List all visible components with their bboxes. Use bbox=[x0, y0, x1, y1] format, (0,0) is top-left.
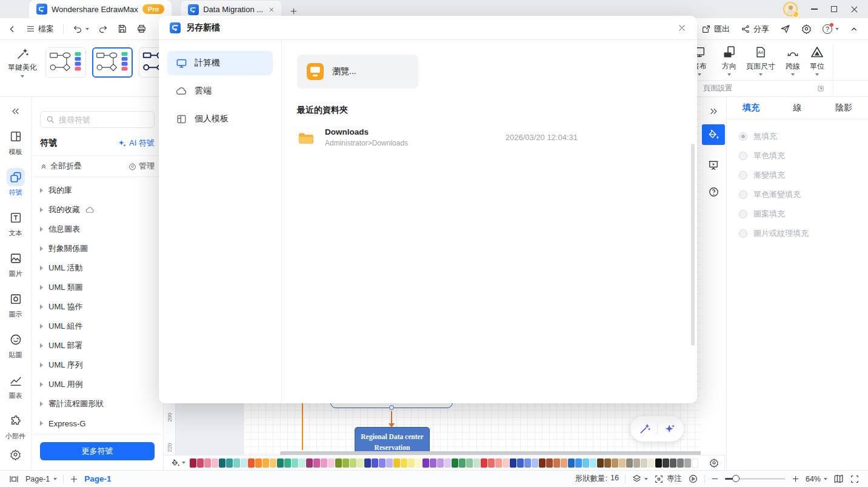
color-chip[interactable] bbox=[575, 458, 582, 468]
sidebar-item-stickers[interactable]: 貼圖 bbox=[7, 331, 25, 360]
color-chip[interactable] bbox=[481, 458, 487, 468]
color-chip[interactable] bbox=[597, 458, 604, 468]
pan-map-button[interactable] bbox=[833, 474, 844, 484]
color-chip[interactable] bbox=[546, 458, 553, 468]
color-chip[interactable] bbox=[190, 458, 196, 468]
color-chip[interactable] bbox=[233, 458, 240, 468]
fill-color-button[interactable] bbox=[171, 458, 185, 468]
sidebar-item-icons[interactable]: 圖示 bbox=[7, 290, 25, 319]
color-chip[interactable] bbox=[386, 458, 393, 468]
search-input[interactable] bbox=[59, 115, 138, 124]
color-chip[interactable] bbox=[415, 458, 422, 468]
sidebar-item-templates[interactable]: 模板 bbox=[7, 127, 25, 156]
color-chip[interactable] bbox=[692, 458, 698, 468]
ai-generate-button[interactable] bbox=[664, 423, 676, 435]
color-chip[interactable] bbox=[561, 458, 567, 468]
sidebar-item-symbols[interactable]: 符號 bbox=[7, 168, 25, 197]
export-button[interactable]: 匯出 bbox=[701, 24, 730, 35]
manage-button[interactable]: 管理 bbox=[129, 161, 155, 172]
color-chip[interactable] bbox=[684, 458, 691, 468]
color-chip[interactable] bbox=[619, 458, 626, 468]
zoom-slider[interactable] bbox=[725, 478, 786, 480]
save-button[interactable] bbox=[117, 24, 127, 34]
category-uml-usecase[interactable]: UML 用例 bbox=[40, 375, 155, 394]
fill-option-gradient[interactable]: 漸變填充 bbox=[739, 166, 856, 185]
category-uml-collaboration[interactable]: UML 協作 bbox=[40, 297, 155, 317]
page-selector-dropdown[interactable]: Page-1 bbox=[25, 475, 57, 483]
color-chip[interactable] bbox=[328, 458, 335, 468]
color-chip[interactable] bbox=[255, 458, 262, 468]
undo-button[interactable] bbox=[73, 24, 89, 34]
color-chip[interactable] bbox=[568, 458, 575, 468]
color-chip[interactable] bbox=[655, 458, 662, 468]
nav-computer[interactable]: 計算機 bbox=[167, 51, 273, 75]
recent-folder-row[interactable]: Downloads Administrator>Downloads 2026/0… bbox=[297, 127, 697, 147]
color-chip[interactable] bbox=[604, 458, 611, 468]
close-document-tab-icon[interactable] bbox=[269, 7, 275, 13]
fill-style-tool-active[interactable] bbox=[702, 124, 725, 145]
color-chip[interactable] bbox=[321, 458, 327, 468]
collapse-all-button[interactable]: 全部折疊 bbox=[40, 161, 82, 172]
color-chip[interactable] bbox=[306, 458, 313, 468]
fill-option-pattern[interactable]: 圖案填充 bbox=[739, 204, 856, 224]
color-chip[interactable] bbox=[430, 458, 436, 468]
tab-shadow[interactable]: 陰影 bbox=[835, 102, 852, 113]
zoom-in-button[interactable] bbox=[792, 475, 800, 483]
dialog-close-button[interactable] bbox=[678, 24, 686, 32]
share-button[interactable]: 分享 bbox=[741, 24, 769, 35]
color-chip[interactable] bbox=[262, 458, 269, 468]
fill-option-solid[interactable]: 單色填充 bbox=[739, 146, 856, 166]
unit-menu[interactable]: 單位 bbox=[805, 45, 829, 76]
fill-option-none[interactable]: 無填充 bbox=[739, 127, 856, 146]
page-tab-active[interactable]: Page-1 bbox=[84, 474, 111, 483]
color-chip[interactable] bbox=[204, 458, 211, 468]
more-symbols-button[interactable]: 更多符號 bbox=[40, 442, 155, 460]
color-chip[interactable] bbox=[350, 458, 356, 468]
theme-thumbnail-2-selected[interactable] bbox=[92, 47, 133, 78]
orientation-menu[interactable]: 方向 bbox=[717, 45, 741, 76]
category-uml-deployment[interactable]: UML 部署 bbox=[40, 336, 155, 355]
collapse-panel-icon[interactable] bbox=[11, 107, 20, 116]
category-audit-flowchart[interactable]: 審計流程圖形狀 bbox=[40, 394, 155, 414]
fullscreen-button[interactable] bbox=[850, 474, 860, 484]
color-chip[interactable] bbox=[393, 458, 400, 468]
sidebar-item-widgets[interactable]: 小部件 bbox=[5, 412, 25, 441]
color-chip[interactable] bbox=[299, 458, 305, 468]
color-chip[interactable] bbox=[583, 458, 589, 468]
category-uml-sequence[interactable]: UML 序列 bbox=[40, 355, 155, 375]
color-chip[interactable] bbox=[422, 458, 429, 468]
color-chip[interactable] bbox=[532, 458, 538, 468]
zoom-slider-knob[interactable] bbox=[732, 475, 739, 482]
color-chip[interactable] bbox=[335, 458, 342, 468]
category-infographics[interactable]: 信息圖表 bbox=[40, 220, 155, 239]
color-chip[interactable] bbox=[212, 458, 218, 468]
color-chip[interactable] bbox=[495, 458, 502, 468]
help-tool[interactable] bbox=[708, 186, 719, 198]
one-click-beautify-button[interactable]: 單鍵美化 bbox=[5, 47, 40, 78]
color-chip[interactable] bbox=[401, 458, 407, 468]
color-chip[interactable] bbox=[219, 458, 225, 468]
nav-personal-templates[interactable]: 個人模板 bbox=[167, 107, 273, 131]
color-chip[interactable] bbox=[524, 458, 531, 468]
help-button[interactable]: ? bbox=[823, 24, 839, 34]
user-avatar[interactable] bbox=[783, 2, 798, 16]
color-chip[interactable] bbox=[292, 458, 298, 468]
color-chip[interactable] bbox=[502, 458, 509, 468]
nav-cloud[interactable]: 雲端 bbox=[167, 79, 273, 103]
color-chip[interactable] bbox=[641, 458, 647, 468]
page-setup-expand-button[interactable] bbox=[817, 85, 824, 92]
color-chip[interactable] bbox=[539, 458, 546, 468]
color-chip[interactable] bbox=[270, 458, 276, 468]
sidebar-settings-button[interactable] bbox=[10, 449, 21, 460]
color-chip[interactable] bbox=[313, 458, 320, 468]
color-chip[interactable] bbox=[364, 458, 371, 468]
palette-settings-button[interactable] bbox=[709, 458, 719, 468]
color-chip[interactable] bbox=[670, 458, 676, 468]
back-button[interactable] bbox=[7, 24, 17, 34]
color-chip[interactable] bbox=[553, 458, 560, 468]
close-window-button[interactable] bbox=[850, 5, 858, 13]
page-size-menu[interactable]: A4 頁面尺寸 bbox=[743, 45, 778, 76]
connection-handle[interactable] bbox=[389, 405, 394, 410]
home-tab[interactable]: Wondershare EdrawMax Pro bbox=[29, 0, 172, 18]
redo-button[interactable] bbox=[98, 24, 108, 34]
